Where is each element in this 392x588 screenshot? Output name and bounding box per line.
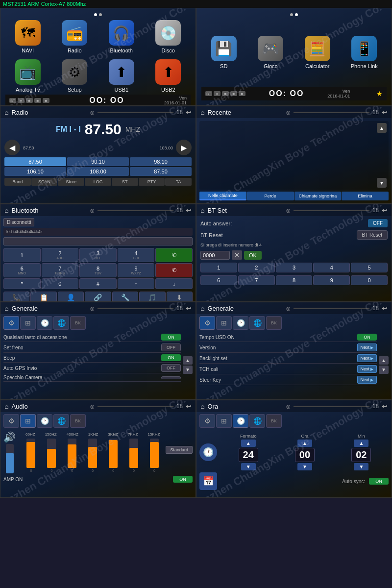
- formato-dn-btn[interactable]: ▼: [241, 463, 256, 470]
- numpad-end[interactable]: ✆: [155, 263, 193, 277]
- gen1-toggle-2[interactable]: ON: [161, 354, 181, 361]
- app-usb1[interactable]: ⬆ USB1: [99, 57, 144, 95]
- numpad-8[interactable]: 8TUV: [79, 263, 117, 277]
- eq-bar-wrap-6[interactable]: [150, 439, 159, 468]
- gen2-scroll-down[interactable]: ▼: [379, 366, 389, 374]
- bt-action-download[interactable]: ⬇: [167, 292, 193, 302]
- gen2-next-btn-2[interactable]: Next ▶: [357, 354, 377, 362]
- gen2-back-icon[interactable]: ↩: [382, 304, 388, 312]
- gen1-scroll-up[interactable]: ▲: [183, 356, 193, 365]
- gen1-toggle-4[interactable]: [161, 376, 181, 379]
- ora-tab-clock[interactable]: 🕐: [233, 414, 248, 428]
- btset-vol-slider[interactable]: [294, 210, 369, 211]
- radio-band-btn[interactable]: Band: [4, 178, 31, 186]
- numpad-down[interactable]: ↓: [155, 278, 193, 289]
- numpad-9[interactable]: 9WXYZ: [118, 263, 155, 277]
- gen2-tab-eq[interactable]: ⊞: [216, 316, 232, 330]
- recente-home-icon[interactable]: ⌂: [200, 108, 204, 116]
- numpad-hash[interactable]: #: [79, 278, 117, 289]
- ora-back-icon[interactable]: ↩: [382, 402, 388, 410]
- audio-tab-clock[interactable]: 🕐: [37, 414, 52, 428]
- btset-num-0[interactable]: 0: [351, 275, 388, 285]
- gen1-tab-global[interactable]: 🌐: [53, 316, 69, 330]
- app-analogtv[interactable]: 📺 Analog Tv: [5, 57, 50, 95]
- radio-home-icon[interactable]: ⌂: [4, 108, 8, 116]
- bt-disconnect-btn[interactable]: Disconnetti: [3, 218, 34, 226]
- recente-vol-slider[interactable]: [294, 112, 369, 113]
- app-bluetooth[interactable]: 🎧 Bluetooth: [99, 18, 144, 55]
- audio-tab-eq[interactable]: ⊞: [20, 414, 36, 428]
- audio-tab-settings[interactable]: ⚙: [3, 414, 19, 428]
- gen1-toggle-3[interactable]: OFF: [161, 364, 181, 372]
- numpad-call[interactable]: ✆: [155, 248, 193, 262]
- bt-action-settings[interactable]: 🔧: [112, 292, 138, 302]
- gen2-home-icon[interactable]: ⌂: [200, 304, 204, 312]
- preset-btn-3[interactable]: 106.10: [4, 167, 66, 176]
- btset-num-5[interactable]: 5: [351, 263, 388, 272]
- app-phonelink[interactable]: 📱 Phone Link: [342, 18, 387, 87]
- audio-vol-slider[interactable]: [98, 406, 173, 407]
- ora-up-btn[interactable]: ▲: [297, 440, 312, 447]
- recente-scroll-down[interactable]: ▼: [377, 178, 387, 188]
- radio-pty-btn[interactable]: PTY: [139, 178, 165, 186]
- app-setup[interactable]: ⚙ Setup: [52, 57, 98, 95]
- numpad-1[interactable]: 1: [3, 248, 41, 262]
- preset-btn-5[interactable]: 87.50: [130, 167, 192, 176]
- gen1-vol-slider[interactable]: [98, 308, 173, 309]
- bt-action-music[interactable]: 🎵: [139, 292, 165, 302]
- recente-back-icon[interactable]: ↩: [382, 108, 388, 116]
- app-gioco[interactable]: 🎮 Gioco: [248, 18, 294, 87]
- min-up-btn[interactable]: ▲: [354, 440, 368, 447]
- recente-tab-3[interactable]: Elimina: [342, 192, 389, 200]
- eq-bar-wrap-1[interactable]: [47, 439, 56, 468]
- numpad-0[interactable]: 0: [42, 278, 79, 289]
- bt-dial-input[interactable]: [3, 237, 193, 245]
- gen1-tab-clock[interactable]: 🕐: [37, 316, 52, 330]
- app-calculator[interactable]: 🧮 Calculator: [295, 18, 340, 87]
- radio-st-btn[interactable]: ST: [112, 178, 138, 186]
- app-navi[interactable]: 🗺 NAVI: [5, 18, 50, 55]
- eq-bar-wrap-3[interactable]: [88, 439, 97, 468]
- btset-num-2[interactable]: 2: [238, 263, 275, 272]
- app-sd[interactable]: 💾 SD: [201, 18, 246, 87]
- eq-bar-wrap-2[interactable]: [68, 439, 76, 468]
- preset-btn-0[interactable]: 87.50: [4, 157, 66, 166]
- audio-home-icon[interactable]: ⌂: [4, 402, 8, 410]
- preset-btn-2[interactable]: 98.10: [130, 157, 192, 166]
- gen2-tab-bk[interactable]: BK: [266, 316, 282, 330]
- ora-tab-global[interactable]: 🌐: [249, 414, 265, 428]
- autosync-toggle[interactable]: ON: [369, 478, 389, 485]
- bt-home-icon[interactable]: ⌂: [4, 206, 8, 214]
- gen1-back-icon[interactable]: ↩: [186, 304, 192, 312]
- gen1-tab-bk[interactable]: BK: [70, 316, 86, 330]
- radio-prev-btn[interactable]: ◀: [4, 140, 20, 155]
- min-dn-btn[interactable]: ▼: [354, 463, 368, 470]
- eq-bar-wrap-4[interactable]: [109, 439, 118, 468]
- gen2-vol-slider[interactable]: [294, 308, 369, 309]
- radio-loc-btn[interactable]: LOC: [85, 178, 111, 186]
- gen2-next-btn-4[interactable]: Next ▶: [357, 376, 377, 384]
- btset-reset-btn[interactable]: BT Reset: [357, 230, 388, 240]
- ora-dn-btn[interactable]: ▼: [297, 463, 312, 470]
- ora-tab-bk[interactable]: BK: [266, 414, 282, 428]
- recente-tab-0[interactable]: Nelle chiamate: [199, 192, 246, 200]
- gen1-scroll-down[interactable]: ▼: [183, 366, 193, 374]
- gen2-next-btn-1[interactable]: Next ▶: [357, 343, 377, 351]
- numpad-4[interactable]: 4GHI: [118, 248, 155, 262]
- eq-bar-wrap-0[interactable]: [26, 439, 35, 468]
- recente-scroll-up[interactable]: ▲: [377, 123, 387, 133]
- recente-tab-2[interactable]: Chiamate signorina: [294, 192, 342, 200]
- gen1-home-icon[interactable]: ⌂: [4, 304, 8, 312]
- btset-num-3[interactable]: 3: [276, 263, 313, 272]
- numpad-6[interactable]: 6MNO: [3, 263, 41, 277]
- gen1-toggle-1[interactable]: OFF: [161, 343, 181, 351]
- ora-home-icon[interactable]: ⌂: [200, 402, 204, 410]
- btset-back-icon[interactable]: ↩: [382, 206, 388, 214]
- btset-code-input[interactable]: [200, 251, 230, 260]
- gen2-toggle-0[interactable]: ON: [357, 334, 377, 341]
- radio-ta-btn[interactable]: TA: [165, 178, 192, 186]
- formato-up-btn[interactable]: ▲: [241, 440, 256, 447]
- bt-action-call[interactable]: 📞: [3, 292, 29, 302]
- preset-btn-1[interactable]: 90.10: [67, 157, 129, 166]
- bt-back-icon[interactable]: ↩: [186, 206, 192, 214]
